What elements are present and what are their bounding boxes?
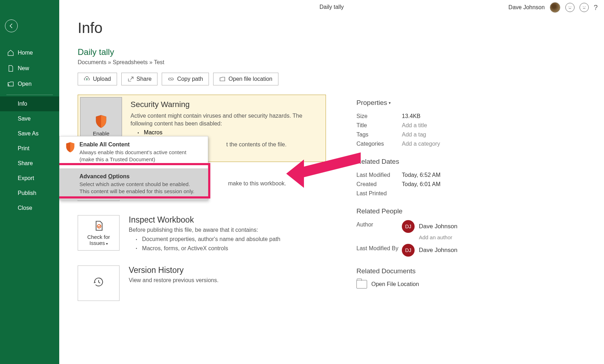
version-history-tile[interactable] (78, 265, 120, 301)
sidebar-item-save-as[interactable]: Save As (0, 126, 59, 141)
related-people-heading: Related People (356, 207, 488, 215)
properties-heading[interactable]: Properties▾ (356, 99, 488, 107)
upload-label: Upload (93, 76, 111, 82)
prop-label-author: Author (356, 222, 402, 228)
sidebar-item-share[interactable]: Share (0, 156, 59, 171)
sidebar-label: New (18, 65, 29, 72)
share-label: Share (137, 76, 152, 82)
share-icon (127, 76, 134, 82)
open-file-location-link[interactable]: Open File Location (356, 280, 488, 289)
author-name: Dave Johnson (419, 223, 458, 230)
file-actions-row: Upload Share Copy path Open file locatio… (78, 73, 586, 85)
back-button[interactable] (5, 19, 18, 32)
breadcrumb: Documents » Spreadsheets » Test (78, 59, 586, 66)
security-disabled-item: Macros (138, 129, 318, 136)
prop-label-lmb: Last Modified By (356, 245, 402, 252)
sidebar-divider (6, 95, 53, 95)
shield-icon (95, 114, 107, 128)
home-icon (7, 49, 14, 56)
sidebar-label: Close (18, 205, 32, 211)
dropdown-title: Enable All Content (79, 141, 186, 148)
prop-label-created: Created (356, 181, 402, 187)
prop-label-title: Title (356, 122, 402, 129)
open-location-label: Open file location (228, 76, 272, 82)
related-documents-heading: Related Documents (356, 267, 488, 275)
sidebar-item-open[interactable]: Open (0, 76, 59, 92)
sidebar-item-publish[interactable]: Publish (0, 186, 59, 201)
security-warning-body: Active content might contain viruses and… (131, 112, 318, 128)
sidebar-label: Save As (18, 130, 39, 137)
dropdown-title: Advanced Options (79, 173, 194, 180)
open-file-location-button[interactable]: Open file location (213, 73, 278, 85)
page-title: Info (78, 19, 586, 37)
sidebar-item-print[interactable]: Print (0, 141, 59, 156)
sidebar-label: Share (18, 160, 33, 167)
sidebar-label: Save (18, 116, 31, 122)
folder-open-icon (7, 80, 14, 88)
inspect-heading: Inspect Workbook (129, 215, 281, 225)
sidebar-label: Export (18, 175, 34, 181)
sidebar-label: Publish (18, 190, 36, 196)
enable-content-dropdown: Enable All Content Always enable this do… (59, 136, 208, 200)
chevron-down-icon: ▾ (389, 101, 391, 105)
link-icon (168, 76, 174, 82)
security-warning-heading: Security Warning (131, 100, 318, 109)
sidebar-item-close[interactable]: Close (0, 201, 59, 215)
arrow-left-icon (8, 23, 15, 29)
share-button[interactable]: Share (121, 73, 158, 85)
document-check-icon (93, 220, 105, 232)
dropdown-item-enable-all[interactable]: Enable All Content Always enable this do… (60, 136, 208, 168)
sidebar-label: Home (18, 50, 33, 56)
version-heading: Version History (129, 265, 218, 275)
sidebar-label: Print (18, 145, 29, 152)
version-text: View and restore previous versions. (129, 277, 218, 284)
upload-button[interactable]: Upload (78, 73, 117, 85)
prop-value-title[interactable]: Add a title (402, 122, 427, 129)
dropdown-desc: Always enable this document's active con… (79, 149, 186, 163)
sidebar-label: Open (18, 81, 32, 87)
prop-label-size: Size (356, 113, 402, 119)
prop-label-last-mod: Last Modified (356, 172, 402, 178)
prop-value-categories[interactable]: Add a category (402, 141, 440, 147)
sidebar-item-new[interactable]: New (0, 61, 59, 76)
prop-label-categories: Categories (356, 141, 402, 147)
dropdown-item-advanced-options[interactable]: Advanced Options Select which active con… (60, 168, 208, 200)
lmb-name: Dave Johnson (419, 247, 458, 254)
folder-icon (356, 280, 367, 289)
cloud-upload-icon (84, 76, 90, 82)
prop-label-last-printed: Last Printed (356, 190, 402, 197)
svg-point-5 (97, 224, 101, 228)
document-name: Daily tally (78, 47, 586, 57)
add-author-field[interactable]: Add an author (356, 234, 488, 240)
inspect-bullet: Document properties, author's name and a… (136, 235, 281, 244)
prop-value-last-mod: Today, 6:52 AM (402, 172, 440, 178)
sidebar-label: Info (18, 101, 27, 107)
document-icon (7, 65, 14, 72)
person-avatar: DJ (402, 244, 415, 257)
sidebar-item-save[interactable]: Save (0, 111, 59, 126)
sidebar-item-export[interactable]: Export (0, 171, 59, 186)
inspect-bullet: Macros, forms, or ActiveX controls (136, 244, 281, 253)
related-dates-heading: Related Dates (356, 158, 488, 166)
shield-icon (65, 141, 79, 163)
check-for-issues-tile[interactable]: Check forIssues▾ (78, 215, 120, 251)
copy-path-label: Copy path (177, 76, 203, 82)
backstage-sidebar: Home New Open Info Save Save As Print Sh… (0, 0, 59, 364)
history-icon (93, 276, 105, 288)
folder-icon (219, 76, 226, 82)
copy-path-button[interactable]: Copy path (162, 73, 209, 85)
sidebar-item-home[interactable]: Home (0, 45, 59, 61)
open-file-location-label: Open File Location (371, 281, 419, 287)
inspect-intro: Before publishing this file, be aware th… (129, 227, 281, 233)
dropdown-desc: Select which active content should be en… (79, 181, 194, 195)
sidebar-item-info[interactable]: Info (0, 96, 59, 111)
backstage-main: Info Daily tally Documents » Spreadsheet… (59, 0, 604, 364)
prop-label-tags: Tags (356, 131, 402, 138)
prop-value-created: Today, 6:01 AM (402, 181, 440, 187)
prop-value-size: 13.4KB (402, 113, 420, 119)
person-avatar: DJ (402, 220, 415, 233)
chevron-down-icon: ▾ (106, 242, 108, 246)
prop-value-tags[interactable]: Add a tag (402, 131, 426, 138)
